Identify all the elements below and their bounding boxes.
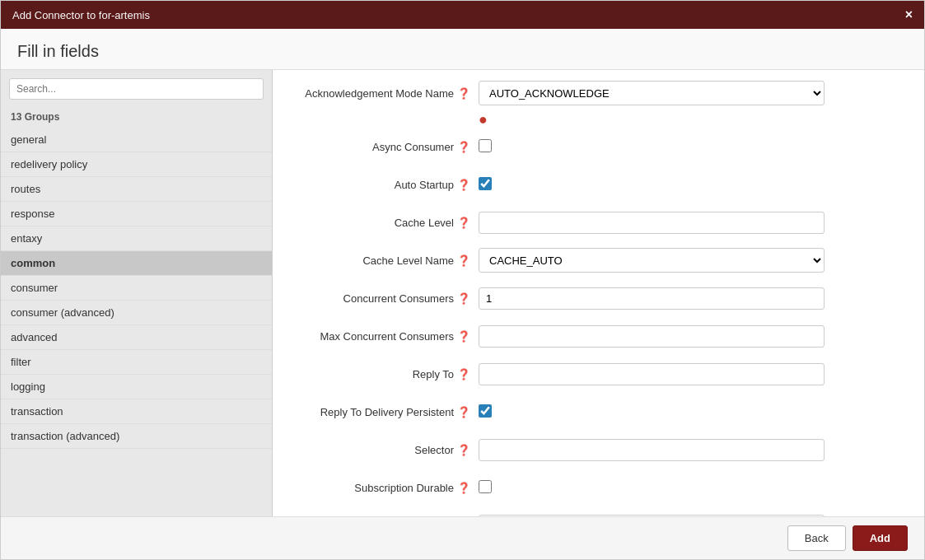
control-wrap-cache-level xyxy=(479,212,899,234)
input-selector[interactable] xyxy=(479,439,825,461)
sidebar-item-logging[interactable]: logging xyxy=(1,375,272,399)
sidebar-item-common[interactable]: common xyxy=(1,251,272,276)
label-subscription-durable: Subscription Durable❓ xyxy=(297,482,479,494)
title-section: Fill in fields xyxy=(1,29,924,70)
help-icon-selector[interactable]: ❓ xyxy=(457,444,470,456)
back-button[interactable]: Back xyxy=(787,525,846,551)
control-wrap-auto-startup xyxy=(479,177,899,193)
control-wrap-max-concurrent-consumers xyxy=(479,325,899,348)
sidebar-items-list: generalredelivery policyroutesresponseen… xyxy=(1,128,272,516)
help-icon-reply-to[interactable]: ❓ xyxy=(457,368,470,380)
modal-header-title: Add Connector to for-artemis xyxy=(12,9,150,21)
label-async-consumer: Async Consumer❓ xyxy=(297,141,479,153)
modal-body: 13 Groups generalredelivery policyroutes… xyxy=(1,70,924,516)
sidebar-item-consumer-advanced[interactable]: consumer (advanced) xyxy=(1,301,272,325)
sidebar: 13 Groups generalredelivery policyroutes… xyxy=(1,70,273,516)
help-icon-acknowledgement-mode-name[interactable]: ❓ xyxy=(457,87,470,100)
label-text-async-consumer: Async Consumer xyxy=(372,141,454,153)
label-cache-level: Cache Level❓ xyxy=(297,217,479,229)
label-selector: Selector❓ xyxy=(297,444,479,456)
control-wrap-subscription-name xyxy=(479,515,899,517)
label-text-max-concurrent-consumers: Max Concurrent Consumers xyxy=(320,330,454,343)
label-reply-to-delivery-persistent: Reply To Delivery Persistent❓ xyxy=(297,406,479,418)
form-row-auto-startup: Auto Startup❓ xyxy=(297,170,899,199)
control-wrap-reply-to xyxy=(479,363,899,385)
form-row-reply-to: Reply To❓ xyxy=(297,359,899,389)
content-area: Acknowledgement Mode Name❓AUTO_ACKNOWLED… xyxy=(273,70,924,516)
form-row-cache-level-name: Cache Level Name❓CACHE_AUTOCACHE_NONECAC… xyxy=(297,245,899,275)
sidebar-item-transaction-advanced[interactable]: transaction (advanced) xyxy=(1,424,272,449)
label-text-concurrent-consumers: Concurrent Consumers xyxy=(343,292,454,305)
checkbox-subscription-durable[interactable] xyxy=(479,480,492,493)
control-wrap-selector xyxy=(479,439,899,461)
control-wrap-concurrent-consumers xyxy=(479,287,899,310)
control-wrap-async-consumer xyxy=(479,139,899,155)
form-row-max-concurrent-consumers: Max Concurrent Consumers❓ xyxy=(297,321,899,351)
form-row-selector: Selector❓ xyxy=(297,435,899,464)
modal-header: Add Connector to for-artemis × xyxy=(1,1,924,29)
sidebar-item-redelivery-policy[interactable]: redelivery policy xyxy=(1,152,272,177)
help-icon-reply-to-delivery-persistent[interactable]: ❓ xyxy=(457,406,470,418)
label-text-reply-to-delivery-persistent: Reply To Delivery Persistent xyxy=(320,406,454,418)
input-subscription-name[interactable] xyxy=(479,515,825,517)
input-concurrent-consumers[interactable] xyxy=(479,287,825,310)
checkbox-auto-startup[interactable] xyxy=(479,177,492,190)
modal-container: Add Connector to for-artemis × Fill in f… xyxy=(0,0,925,560)
control-wrap-acknowledgement-mode-name: AUTO_ACKNOWLEDGECLIENT_ACKNOWLEDGEDUPS_O… xyxy=(479,81,899,105)
label-concurrent-consumers: Concurrent Consumers❓ xyxy=(297,292,479,305)
sidebar-item-consumer[interactable]: consumer xyxy=(1,276,272,301)
add-button[interactable]: Add xyxy=(853,525,908,551)
form-row-reply-to-delivery-persistent: Reply To Delivery Persistent❓ xyxy=(297,397,899,427)
label-auto-startup: Auto Startup❓ xyxy=(297,179,479,191)
help-icon-subscription-durable[interactable]: ❓ xyxy=(457,482,470,494)
sidebar-item-advanced[interactable]: advanced xyxy=(1,325,272,350)
label-text-cache-level: Cache Level xyxy=(395,217,454,229)
form-row-concurrent-consumers: Concurrent Consumers❓ xyxy=(297,283,899,313)
sidebar-item-entaxy[interactable]: entaxy xyxy=(1,226,272,251)
label-cache-level-name: Cache Level Name❓ xyxy=(297,254,479,267)
label-acknowledgement-mode-name: Acknowledgement Mode Name❓ xyxy=(297,87,479,100)
help-icon-cache-level-name[interactable]: ❓ xyxy=(457,254,470,267)
input-reply-to[interactable] xyxy=(479,363,825,385)
form-row-cache-level: Cache Level❓ xyxy=(297,208,899,237)
label-text-acknowledgement-mode-name: Acknowledgement Mode Name xyxy=(305,87,454,100)
select-cache-level-name[interactable]: CACHE_AUTOCACHE_NONECACHE_CONNECTIONCACH… xyxy=(479,248,825,273)
search-input[interactable] xyxy=(9,78,264,100)
checkbox-async-consumer[interactable] xyxy=(479,139,492,152)
sidebar-item-transaction[interactable]: transaction xyxy=(1,399,272,424)
form-row-async-consumer: Async Consumer❓ xyxy=(297,132,899,161)
modal-footer: Back Add xyxy=(1,516,924,559)
help-icon-async-consumer[interactable]: ❓ xyxy=(457,141,470,153)
form-row-subscription-name: Subscription Name❓ xyxy=(297,511,899,516)
form-row-subscription-durable: Subscription Durable❓ xyxy=(297,473,899,502)
page-title: Fill in fields xyxy=(17,42,908,61)
help-icon-auto-startup[interactable]: ❓ xyxy=(457,179,470,191)
label-text-subscription-durable: Subscription Durable xyxy=(354,482,454,494)
label-reply-to: Reply To❓ xyxy=(297,368,479,380)
select-acknowledgement-mode-name[interactable]: AUTO_ACKNOWLEDGECLIENT_ACKNOWLEDGEDUPS_O… xyxy=(479,81,825,105)
help-icon-concurrent-consumers[interactable]: ❓ xyxy=(457,292,470,305)
sidebar-search-wrapper xyxy=(1,70,272,108)
label-text-cache-level-name: Cache Level Name xyxy=(362,254,454,267)
sidebar-item-general[interactable]: general xyxy=(1,128,272,152)
help-icon-cache-level[interactable]: ❓ xyxy=(457,217,470,229)
help-icon-max-concurrent-consumers[interactable]: ❓ xyxy=(457,330,470,343)
input-max-concurrent-consumers[interactable] xyxy=(479,325,825,348)
input-cache-level[interactable] xyxy=(479,212,825,234)
control-wrap-reply-to-delivery-persistent xyxy=(479,404,899,420)
close-icon[interactable]: × xyxy=(905,7,913,22)
label-text-auto-startup: Auto Startup xyxy=(395,179,454,191)
sidebar-item-routes[interactable]: routes xyxy=(1,177,272,202)
label-text-reply-to: Reply To xyxy=(413,368,454,380)
group-count: 13 Groups xyxy=(1,108,272,128)
control-wrap-subscription-durable xyxy=(479,480,899,496)
checkbox-reply-to-delivery-persistent[interactable] xyxy=(479,404,492,418)
sidebar-item-filter[interactable]: filter xyxy=(1,350,272,375)
label-max-concurrent-consumers: Max Concurrent Consumers❓ xyxy=(297,330,479,343)
label-text-selector: Selector xyxy=(414,444,454,456)
form-row-acknowledgement-mode-name: Acknowledgement Mode Name❓AUTO_ACKNOWLED… xyxy=(297,78,899,108)
sidebar-item-response[interactable]: response xyxy=(1,202,272,226)
control-wrap-cache-level-name: CACHE_AUTOCACHE_NONECACHE_CONNECTIONCACH… xyxy=(479,248,899,273)
required-icon-acknowledgement-mode-name: ● xyxy=(479,111,488,128)
